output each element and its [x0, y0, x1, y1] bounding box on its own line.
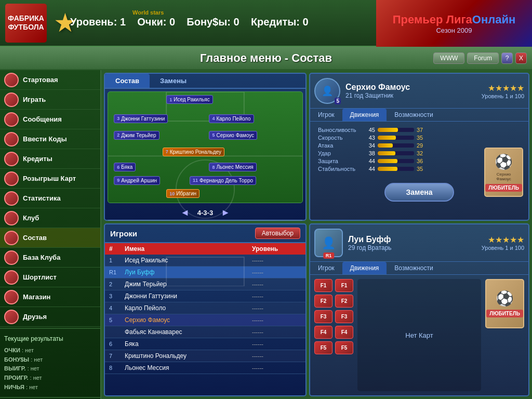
pl-num-0: 1: [109, 257, 125, 263]
field-player-11[interactable]: 11Фернандо Дель Торро: [190, 176, 256, 185]
p2-content: F1 F1 F2 F2 F3 F3 F4 F4: [310, 275, 528, 395]
players-list-panel: Игроки Автовыбор # Имена Уровень 1 Исед …: [104, 223, 307, 396]
player2-info-panel: 👤 R1 Луи Буфф 29 год Вратарь ★★★★★ Урове…: [309, 223, 529, 396]
sidebar-label-8: Состав: [23, 234, 47, 242]
field-player-1[interactable]: 1Исед Ракильяс: [166, 95, 212, 104]
sidebar-circle-8: [4, 231, 19, 245]
field-container: 1Исед Ракильяс 3Джонни Гаттузини 4Карло …: [108, 91, 303, 203]
help-button[interactable]: ?: [501, 52, 513, 64]
p2-move-f3b[interactable]: F3: [335, 310, 353, 323]
field-player-6[interactable]: 6Бяка: [114, 163, 136, 171]
field-player-3[interactable]: 3Джонни Гаттузини: [114, 114, 168, 123]
tab-sostav[interactable]: Состав: [105, 74, 150, 88]
p2-move-f2b[interactable]: F2: [335, 295, 353, 308]
field-player-4[interactable]: 4Карло Пейоло: [209, 114, 254, 123]
sidebar-label-0: Стартовая: [23, 76, 58, 84]
forum-button[interactable]: Forum: [467, 52, 499, 64]
stat-row-1: Скорость 43 35: [318, 135, 427, 141]
p2-card-preview: ⚽ ЛЮБИТЕЛЬ: [485, 279, 524, 328]
pip-stars: ★★★★★: [482, 83, 524, 93]
p2-move-f3a[interactable]: F3: [314, 310, 332, 323]
pip-tab-player[interactable]: Игрок: [310, 109, 342, 121]
field-player-7[interactable]: 7Криштино Рональдеу: [163, 148, 224, 156]
stat-row-0: Выносливость 45 37: [318, 127, 427, 133]
field-player-5[interactable]: 5Серхио Фамоус: [209, 131, 257, 140]
field-player-8[interactable]: 8Льонес Мессия: [209, 163, 256, 171]
pip-tabs: Игрок Движения Возможности: [310, 109, 528, 122]
close-button[interactable]: X: [515, 52, 527, 64]
p2-move-f4b[interactable]: F4: [335, 326, 353, 339]
sidebar: Стартовая Играть Сообщения Ввести Коды К…: [0, 70, 101, 399]
formation-tabs: Состав Замены: [105, 74, 305, 89]
p2-move-f1a[interactable]: F1: [314, 279, 332, 292]
sidebar-item-soobscheniya[interactable]: Сообщения: [0, 110, 100, 129]
pl-level-0: ------: [252, 257, 294, 263]
pl-title: Игроки: [110, 229, 137, 238]
p2-move-f5b[interactable]: F5: [335, 341, 353, 354]
pl-level-1: ------: [252, 269, 294, 275]
pl-name-6: Фабьяс Каннаварес: [125, 328, 252, 336]
sidebar-item-magazin[interactable]: Магазин: [0, 287, 100, 307]
p2-move-f4a[interactable]: F4: [314, 326, 332, 339]
sidebar-label-1: Играть: [23, 96, 46, 103]
stat-bar-0: [378, 128, 414, 132]
p2-move-f5a[interactable]: F5: [314, 341, 332, 354]
sidebar-item-statistika[interactable]: Статистика: [0, 189, 100, 208]
sidebar-item-klub[interactable]: Клуб: [0, 208, 100, 228]
sidebar-item-baza-kluba[interactable]: База Клуба: [0, 248, 100, 268]
formation-next-arrow[interactable]: ►: [221, 207, 230, 218]
sidebar-item-startovaya[interactable]: Стартовая: [0, 70, 100, 90]
stat-label-2: Атака: [318, 142, 360, 149]
p2-tab-abilities[interactable]: Возможности: [387, 262, 441, 274]
fabrika-logo: ФАБРИКА ФУТБОЛА: [5, 4, 47, 43]
sidebar-item-shortlist[interactable]: Шортлист: [0, 268, 100, 287]
tab-zameny[interactable]: Замены: [150, 74, 197, 88]
pl-row-0[interactable]: 1 Исед Ракильяс ------: [105, 255, 305, 267]
sidebar-label-5: Розыгрыш Карт: [23, 175, 76, 182]
pl-row-8[interactable]: 7 Криштино Рональдеу ------: [105, 350, 305, 362]
sidebar-circle-9: [4, 250, 19, 265]
p2-move-f2a[interactable]: F2: [314, 295, 332, 308]
pl-row-4[interactable]: 4 Карло Пейоло ------: [105, 302, 305, 314]
pl-row-1[interactable]: R1 Луи Буфф ------: [105, 267, 305, 278]
field-player-2[interactable]: 2Джим Терьйер: [114, 131, 159, 140]
pl-row-3[interactable]: 3 Джонни Гаттузини ------: [105, 290, 305, 302]
sidebar-item-druzya[interactable]: Друзья: [0, 307, 100, 327]
p2-tab-player[interactable]: Игрок: [310, 262, 342, 274]
p2-move-row-1: F2 F2: [314, 295, 353, 308]
www-button[interactable]: WWW: [433, 52, 464, 64]
field-player-10[interactable]: 10Ибрагин: [166, 189, 200, 198]
pl-num-3: 3: [109, 293, 125, 299]
p2-move-f1b[interactable]: F1: [335, 279, 353, 292]
pip-body-area: Выносливость 45 37 Скорость 43 35: [310, 122, 528, 179]
content-area: Состав Замены 1Исед Ракильяс: [101, 70, 532, 399]
pl-row-6[interactable]: Фабьяс Каннаварес ------: [105, 326, 305, 338]
col-name: Имена: [125, 245, 252, 252]
pl-row-7[interactable]: 6 Бяка ------: [105, 338, 305, 350]
pip-name-area: Серхио Фамоус 21 год Защитник: [345, 83, 476, 99]
pl-row-9[interactable]: 8 Льонес Мессия ------: [105, 362, 305, 374]
formation-prev-arrow[interactable]: ◄: [180, 207, 190, 218]
pl-row-2[interactable]: 2 Джим Терьйер ------: [105, 278, 305, 290]
field-player-9[interactable]: 9Андрей Аршин: [114, 176, 160, 185]
p2-name: Луи Буфф: [348, 235, 476, 244]
sidebar-item-sostav[interactable]: Состав: [0, 228, 100, 248]
sidebar-item-rozygrysh[interactable]: Розыгрыш Карт: [0, 169, 100, 189]
pl-rows: 1 Исед Ракильяс ------ R1 Луи Буфф -----…: [105, 255, 305, 395]
sidebar-item-vvesti-kody[interactable]: Ввести Коды: [0, 129, 100, 149]
sidebar-item-igrat[interactable]: Играть: [0, 90, 100, 110]
sidebar-circle-4: [4, 152, 19, 166]
header-info: Уровень: 1 Очки: 0 Бону$ы: 0 Кредиты: 0: [70, 14, 309, 28]
p2-tab-moves[interactable]: Движения: [342, 262, 387, 274]
pl-row-5[interactable]: 5 Серхио Фамоус ------: [105, 314, 305, 326]
pip-tab-abilities[interactable]: Возможности: [387, 109, 441, 121]
formation-footer: ◄ 4-3-3 ►: [105, 206, 305, 220]
pip-level: Уровень 1 и 100: [482, 93, 524, 99]
sidebar-item-kredity[interactable]: Кредиты: [0, 149, 100, 169]
zamena-button[interactable]: Замена: [384, 183, 455, 202]
autovybor-button[interactable]: Автовыбор: [255, 228, 300, 239]
pl-num-1: R1: [109, 269, 125, 275]
pip-avatar: 👤 5: [314, 78, 340, 104]
pip-tab-moves[interactable]: Движения: [342, 109, 387, 121]
sidebar-divider: [0, 328, 100, 329]
